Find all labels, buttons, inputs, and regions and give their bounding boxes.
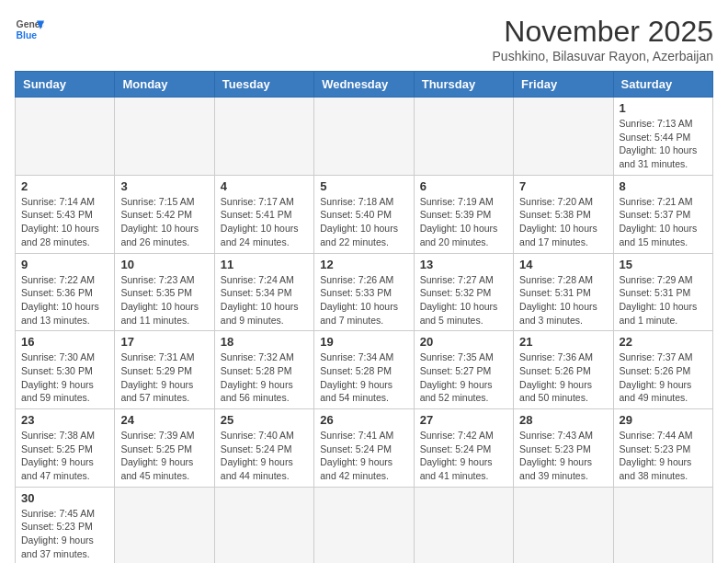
day-cell: 1Sunrise: 7:13 AM Sunset: 5:44 PM Daylig… (613, 98, 712, 176)
day-cell (214, 487, 313, 563)
day-info: Sunrise: 7:41 AM Sunset: 5:24 PM Dayligh… (320, 429, 407, 483)
day-info: Sunrise: 7:15 AM Sunset: 5:42 PM Dayligh… (120, 195, 208, 249)
day-number: 17 (120, 335, 208, 349)
day-info: Sunrise: 7:21 AM Sunset: 5:37 PM Dayligh… (620, 195, 707, 249)
day-number: 19 (320, 335, 407, 349)
day-info: Sunrise: 7:32 AM Sunset: 5:28 PM Dayligh… (221, 350, 308, 405)
weekday-header-wednesday: Wednesday (314, 72, 414, 98)
svg-text:Blue: Blue (17, 30, 38, 40)
day-number: 23 (21, 413, 108, 427)
day-cell: 22Sunrise: 7:37 AM Sunset: 5:26 PM Dayli… (613, 331, 712, 409)
week-row-3: 9Sunrise: 7:22 AM Sunset: 5:36 PM Daylig… (16, 253, 713, 331)
day-cell: 8Sunrise: 7:21 AM Sunset: 5:37 PM Daylig… (613, 175, 712, 253)
day-info: Sunrise: 7:34 AM Sunset: 5:28 PM Dayligh… (320, 350, 407, 405)
day-cell: 13Sunrise: 7:27 AM Sunset: 5:32 PM Dayli… (414, 253, 513, 331)
day-number: 3 (120, 179, 208, 193)
day-cell: 30Sunrise: 7:45 AM Sunset: 5:23 PM Dayli… (16, 487, 115, 563)
week-row-5: 23Sunrise: 7:38 AM Sunset: 5:25 PM Dayli… (16, 409, 713, 488)
day-number: 13 (420, 258, 507, 271)
day-info: Sunrise: 7:18 AM Sunset: 5:40 PM Dayligh… (320, 195, 407, 249)
day-info: Sunrise: 7:20 AM Sunset: 5:38 PM Dayligh… (519, 195, 607, 249)
day-cell: 14Sunrise: 7:28 AM Sunset: 5:31 PM Dayli… (514, 253, 613, 331)
day-number: 5 (320, 179, 407, 193)
logo: General Blue (15, 15, 44, 44)
day-number: 30 (21, 491, 108, 505)
day-info: Sunrise: 7:13 AM Sunset: 5:44 PM Dayligh… (620, 117, 707, 171)
day-info: Sunrise: 7:35 AM Sunset: 5:27 PM Dayligh… (420, 350, 507, 405)
day-info: Sunrise: 7:29 AM Sunset: 5:31 PM Dayligh… (620, 273, 707, 327)
day-number: 12 (320, 258, 407, 271)
day-info: Sunrise: 7:26 AM Sunset: 5:33 PM Dayligh… (320, 273, 407, 327)
day-info: Sunrise: 7:36 AM Sunset: 5:26 PM Dayligh… (519, 350, 607, 405)
day-info: Sunrise: 7:39 AM Sunset: 5:25 PM Dayligh… (120, 429, 208, 483)
week-row-1: 1Sunrise: 7:13 AM Sunset: 5:44 PM Daylig… (16, 98, 713, 176)
day-cell: 7Sunrise: 7:20 AM Sunset: 5:38 PM Daylig… (514, 175, 613, 253)
day-cell: 9Sunrise: 7:22 AM Sunset: 5:36 PM Daylig… (16, 253, 115, 331)
day-cell: 21Sunrise: 7:36 AM Sunset: 5:26 PM Dayli… (514, 331, 613, 409)
day-info: Sunrise: 7:30 AM Sunset: 5:30 PM Dayligh… (21, 350, 108, 405)
day-number: 2 (21, 179, 108, 193)
day-cell: 27Sunrise: 7:42 AM Sunset: 5:24 PM Dayli… (414, 409, 513, 488)
day-info: Sunrise: 7:24 AM Sunset: 5:34 PM Dayligh… (221, 273, 308, 327)
day-number: 27 (420, 413, 507, 427)
week-row-2: 2Sunrise: 7:14 AM Sunset: 5:43 PM Daylig… (16, 175, 713, 253)
day-cell (414, 98, 513, 176)
day-cell: 16Sunrise: 7:30 AM Sunset: 5:30 PM Dayli… (16, 331, 115, 409)
day-cell: 28Sunrise: 7:43 AM Sunset: 5:23 PM Dayli… (514, 409, 613, 488)
day-cell: 29Sunrise: 7:44 AM Sunset: 5:23 PM Dayli… (613, 409, 712, 488)
day-cell: 15Sunrise: 7:29 AM Sunset: 5:31 PM Dayli… (613, 253, 712, 331)
day-number: 14 (519, 258, 607, 271)
day-cell (115, 98, 214, 176)
day-info: Sunrise: 7:14 AM Sunset: 5:43 PM Dayligh… (21, 195, 108, 249)
day-cell: 20Sunrise: 7:35 AM Sunset: 5:27 PM Dayli… (414, 331, 513, 409)
day-info: Sunrise: 7:43 AM Sunset: 5:23 PM Dayligh… (519, 429, 607, 483)
day-cell: 2Sunrise: 7:14 AM Sunset: 5:43 PM Daylig… (16, 175, 115, 253)
day-cell (414, 487, 513, 563)
day-info: Sunrise: 7:42 AM Sunset: 5:24 PM Dayligh… (420, 429, 507, 483)
day-number: 9 (21, 258, 108, 271)
weekday-header-tuesday: Tuesday (214, 72, 313, 98)
day-info: Sunrise: 7:44 AM Sunset: 5:23 PM Dayligh… (620, 429, 707, 483)
day-cell: 5Sunrise: 7:18 AM Sunset: 5:40 PM Daylig… (314, 175, 414, 253)
weekday-header-monday: Monday (115, 72, 214, 98)
day-number: 26 (320, 413, 407, 427)
day-cell: 10Sunrise: 7:23 AM Sunset: 5:35 PM Dayli… (115, 253, 214, 331)
day-cell (514, 98, 613, 176)
day-number: 22 (620, 335, 707, 349)
day-cell: 19Sunrise: 7:34 AM Sunset: 5:28 PM Dayli… (314, 331, 414, 409)
day-cell (16, 98, 115, 176)
day-info: Sunrise: 7:19 AM Sunset: 5:39 PM Dayligh… (420, 195, 507, 249)
day-number: 8 (620, 179, 707, 193)
day-cell: 25Sunrise: 7:40 AM Sunset: 5:24 PM Dayli… (214, 409, 313, 488)
day-info: Sunrise: 7:23 AM Sunset: 5:35 PM Dayligh… (120, 273, 208, 327)
location: Pushkino, Bilasuvar Rayon, Azerbaijan (493, 49, 713, 63)
day-number: 25 (221, 413, 308, 427)
week-row-4: 16Sunrise: 7:30 AM Sunset: 5:30 PM Dayli… (16, 331, 713, 409)
day-info: Sunrise: 7:31 AM Sunset: 5:29 PM Dayligh… (120, 350, 208, 405)
day-info: Sunrise: 7:45 AM Sunset: 5:23 PM Dayligh… (21, 507, 108, 561)
weekday-header-sunday: Sunday (16, 72, 115, 98)
day-cell: 6Sunrise: 7:19 AM Sunset: 5:39 PM Daylig… (414, 175, 513, 253)
week-row-6: 30Sunrise: 7:45 AM Sunset: 5:23 PM Dayli… (16, 487, 713, 563)
day-cell: 11Sunrise: 7:24 AM Sunset: 5:34 PM Dayli… (214, 253, 313, 331)
day-cell: 4Sunrise: 7:17 AM Sunset: 5:41 PM Daylig… (214, 175, 313, 253)
day-cell: 3Sunrise: 7:15 AM Sunset: 5:42 PM Daylig… (115, 175, 214, 253)
day-number: 20 (420, 335, 507, 349)
day-number: 24 (120, 413, 208, 427)
day-cell (613, 487, 712, 563)
day-number: 29 (620, 413, 707, 427)
day-cell (115, 487, 214, 563)
day-number: 10 (120, 258, 208, 271)
day-info: Sunrise: 7:22 AM Sunset: 5:36 PM Dayligh… (21, 273, 108, 327)
day-cell: 24Sunrise: 7:39 AM Sunset: 5:25 PM Dayli… (115, 409, 214, 488)
day-number: 7 (519, 179, 607, 193)
day-cell: 12Sunrise: 7:26 AM Sunset: 5:33 PM Dayli… (314, 253, 414, 331)
day-info: Sunrise: 7:17 AM Sunset: 5:41 PM Dayligh… (221, 195, 308, 249)
day-number: 18 (221, 335, 308, 349)
calendar: SundayMondayTuesdayWednesdayThursdayFrid… (15, 71, 713, 563)
day-number: 4 (221, 179, 308, 193)
weekday-header-row: SundayMondayTuesdayWednesdayThursdayFrid… (16, 72, 713, 98)
weekday-header-thursday: Thursday (414, 72, 513, 98)
title-area: November 2025 Pushkino, Bilasuvar Rayon,… (493, 15, 713, 63)
day-number: 21 (519, 335, 607, 349)
